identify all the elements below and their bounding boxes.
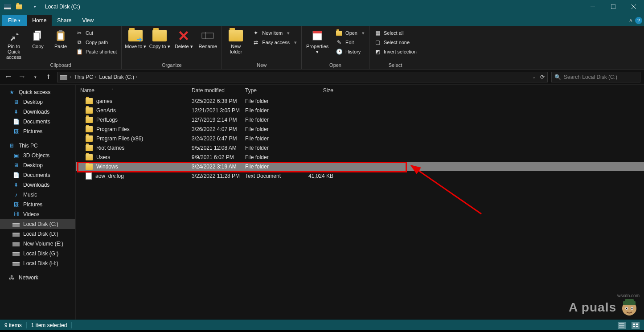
select-all-button[interactable]: ▦Select all: [372, 29, 418, 37]
search-box[interactable]: 🔍 Search Local Disk (C:): [551, 72, 640, 82]
folder-icon: [86, 154, 93, 160]
tree-item[interactable]: 🖼Pictures: [0, 127, 75, 136]
tree-item[interactable]: 📄Documents: [0, 117, 75, 127]
minimize-button[interactable]: [582, 0, 603, 13]
file-row[interactable]: PerfLogs12/7/2019 2:14 PMFile folder: [76, 115, 644, 124]
tab-share[interactable]: Share: [52, 15, 77, 26]
view-details-button[interactable]: [618, 322, 626, 329]
rename-button[interactable]: Rename: [197, 29, 219, 49]
column-date[interactable]: Date modified: [192, 87, 245, 94]
tree-item[interactable]: ♪Music: [0, 190, 75, 200]
tree-item[interactable]: 🖧Network: [0, 273, 75, 283]
navigation-pane[interactable]: ★Quick access🖥Desktop⬇Downloads📄Document…: [0, 85, 76, 320]
qat-dropdown-icon[interactable]: ▾: [30, 2, 40, 12]
status-selected-count: 1 item selected: [31, 322, 67, 328]
folder-icon: [86, 107, 93, 114]
tab-view[interactable]: View: [77, 15, 99, 26]
file-list[interactable]: Name˄ Date modified Type Size games3/25/…: [76, 85, 644, 320]
tree-item[interactable]: ⬇Downloads: [0, 180, 75, 190]
new-folder-button[interactable]: New folder: [225, 29, 247, 54]
move-to-button[interactable]: Move to ▾: [124, 29, 147, 49]
file-row[interactable]: Program Files3/26/2022 4:07 PMFile folde…: [76, 124, 644, 134]
close-button[interactable]: [623, 0, 644, 13]
crumb-thispc[interactable]: This PC›: [74, 74, 96, 80]
copy-to-icon: [152, 29, 167, 43]
paste-shortcut-button[interactable]: 📋Paste shortcut: [74, 47, 119, 56]
thispc-icon: 🎞: [12, 211, 20, 218]
svg-rect-42: [633, 326, 635, 327]
new-item-button[interactable]: ✦New item▾: [250, 29, 299, 37]
qat-folder-icon[interactable]: [14, 2, 24, 12]
file-icon: [86, 172, 92, 180]
recent-dropdown[interactable]: ▾: [30, 72, 40, 82]
ribbon-tabs: File▾ Home Share View ᐱ ?: [0, 13, 644, 26]
svg-rect-40: [633, 324, 635, 325]
tree-item[interactable]: 🖼Pictures: [0, 200, 75, 209]
pin-to-quick-access-button[interactable]: Pin to Quick access: [3, 29, 25, 60]
tree-item[interactable]: 🖥Desktop: [0, 160, 75, 170]
address-dropdown-icon[interactable]: ⌄: [532, 74, 536, 79]
copy-icon: [31, 29, 45, 43]
up-button[interactable]: 🠕: [44, 72, 53, 82]
edit-icon: ✎: [336, 39, 343, 46]
address-bar[interactable]: › This PC› Local Disk (C:)› ⌄ ⟳: [57, 72, 548, 82]
group-label-clipboard: Clipboard: [3, 61, 119, 69]
tree-item[interactable]: ⬇Downloads: [0, 107, 75, 117]
thispc-icon: [12, 230, 20, 238]
file-row[interactable]: games3/25/2022 6:38 PMFile folder: [76, 96, 644, 106]
delete-button[interactable]: Delete ▾: [172, 29, 195, 49]
crumb-location[interactable]: Local Disk (C:)›: [99, 74, 137, 80]
open-button[interactable]: Open▾: [334, 29, 366, 37]
copy-to-button[interactable]: Copy to ▾: [148, 29, 171, 49]
file-row[interactable]: Program Files (x86)3/24/2022 6:47 PMFile…: [76, 134, 644, 143]
copy-button[interactable]: Copy: [27, 29, 49, 49]
tree-item[interactable]: Local Disk (G:): [0, 249, 75, 258]
column-name[interactable]: Name: [80, 87, 94, 94]
tree-item[interactable]: New Volume (E:): [0, 239, 75, 249]
tree-item[interactable]: ▣3D Objects: [0, 151, 75, 160]
view-large-icons-button[interactable]: [632, 322, 640, 329]
history-button[interactable]: 🕑History: [334, 47, 366, 56]
back-button[interactable]: 🠔: [4, 72, 13, 82]
cut-button[interactable]: ✂Cut: [74, 29, 119, 37]
svg-point-36: [632, 308, 633, 309]
maximize-button[interactable]: [603, 0, 623, 13]
select-none-button[interactable]: ▢Select none: [372, 38, 418, 47]
easy-access-icon: ⇄: [252, 39, 259, 46]
tree-item[interactable]: 📄Documents: [0, 170, 75, 180]
file-row[interactable]: aow_drv.log3/22/2022 11:28 PMText Docume…: [76, 171, 644, 180]
tree-item[interactable]: 🎞Videos: [0, 209, 75, 219]
properties-button[interactable]: Properties ▾: [304, 29, 330, 55]
tree-item[interactable]: 🖥This PC: [0, 141, 75, 151]
paste-button[interactable]: Paste: [51, 29, 70, 49]
column-type[interactable]: Type: [245, 87, 299, 94]
copy-path-button[interactable]: ⧉Copy path: [74, 38, 119, 47]
properties-icon: [310, 29, 324, 43]
edit-button[interactable]: ✎Edit: [334, 38, 366, 47]
tab-file[interactable]: File▾: [2, 15, 27, 26]
collapse-ribbon-icon[interactable]: ᐱ: [629, 18, 632, 23]
thispc-icon: [12, 250, 20, 257]
file-row[interactable]: Users9/9/2021 6:02 PMFile folder: [76, 152, 644, 162]
svg-rect-24: [12, 242, 20, 243]
tab-home[interactable]: Home: [27, 15, 52, 26]
status-item-count: 9 items: [4, 322, 22, 328]
forward-button[interactable]: 🠖: [17, 72, 27, 82]
tree-item[interactable]: Local Disk (D:): [0, 229, 75, 239]
tree-item[interactable]: 🖥Desktop: [0, 97, 75, 107]
thispc-icon: [12, 240, 20, 247]
delete-icon: [176, 29, 191, 43]
column-size[interactable]: Size: [299, 87, 339, 94]
help-icon[interactable]: ?: [635, 17, 642, 24]
tree-item[interactable]: ★Quick access: [0, 87, 75, 97]
quick-icon: ⬇: [12, 108, 20, 115]
tree-item[interactable]: Local Disk (C:): [0, 219, 75, 229]
refresh-button[interactable]: ⟳: [540, 74, 545, 80]
tree-item[interactable]: Local Disk (H:): [0, 258, 75, 268]
column-headers[interactable]: Name˄ Date modified Type Size: [76, 85, 644, 96]
file-row[interactable]: Riot Games9/5/2021 12:08 AMFile folder: [76, 143, 644, 152]
file-row[interactable]: Windows3/24/2022 3:19 AMFile folder: [76, 162, 644, 171]
invert-selection-button[interactable]: ◩Invert selection: [372, 47, 418, 56]
easy-access-button[interactable]: ⇄Easy access▾: [250, 38, 299, 47]
file-row[interactable]: GenArts12/21/2021 3:05 PMFile folder: [76, 106, 644, 115]
